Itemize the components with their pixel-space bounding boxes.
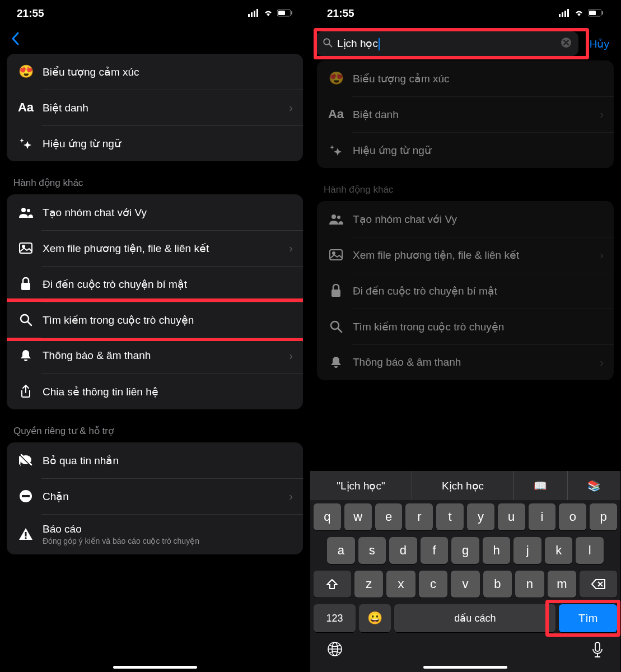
key-emoji[interactable]: 😀	[359, 604, 391, 632]
key-j[interactable]: j	[513, 537, 541, 564]
row-create-group[interactable]: Tạo nhóm chat với Vy	[317, 201, 614, 237]
row-block[interactable]: Chặn ›	[7, 478, 303, 514]
back-button[interactable]	[0, 27, 310, 54]
svg-point-28	[324, 39, 330, 45]
row-emoji[interactable]: 😍 Biểu tượng cảm xúc	[317, 60, 614, 96]
emoji-icon: 😍	[17, 63, 35, 81]
row-share-contact[interactable]: Chia sẻ thông tin liên hệ	[7, 374, 303, 409]
key-t[interactable]: t	[436, 503, 464, 530]
key-g[interactable]: g	[451, 537, 479, 564]
row-report[interactable]: Báo cáo Đóng góp ý kiến và báo cáo cuộc …	[7, 514, 303, 554]
chevron-right-icon: ›	[289, 349, 293, 362]
status-bar: 21:55	[310, 0, 620, 27]
svg-rect-11	[21, 283, 30, 290]
svg-rect-19	[25, 532, 27, 536]
key-y[interactable]: y	[467, 503, 494, 530]
battery-icon	[588, 7, 604, 20]
key-w[interactable]: w	[344, 503, 372, 530]
svg-point-7	[21, 208, 26, 212]
key-h[interactable]: h	[483, 537, 511, 564]
cancel-button[interactable]: Hủy	[584, 38, 615, 50]
svg-point-31	[331, 214, 336, 219]
chevron-right-icon: ›	[600, 356, 604, 369]
row-word-effects[interactable]: Hiệu ứng từ ngữ	[7, 125, 303, 161]
key-d[interactable]: d	[389, 537, 417, 564]
svg-rect-5	[278, 11, 285, 15]
row-label: Biểu tượng cảm xúc	[353, 72, 604, 85]
key-p[interactable]: p	[590, 503, 617, 530]
key-e[interactable]: e	[375, 503, 403, 530]
key-u[interactable]: u	[498, 503, 525, 530]
key-m[interactable]: m	[548, 571, 576, 598]
row-nickname[interactable]: Aa Biệt danh ›	[7, 90, 303, 125]
warn-icon	[17, 525, 35, 543]
suggestion-2[interactable]: Kịch học	[412, 471, 514, 500]
globe-icon[interactable]	[327, 641, 343, 662]
aa-icon: Aa	[327, 105, 345, 123]
key-c[interactable]: c	[419, 571, 447, 598]
row-emoji[interactable]: 😍 Biểu tượng cảm xúc	[7, 54, 303, 90]
row-media[interactable]: Xem file phương tiện, file & liên kết ›	[317, 237, 614, 273]
key-row-2: a s d f g h j k l	[310, 534, 620, 567]
key-row-4: 123 😀 dấu cách Tìm	[310, 601, 620, 636]
svg-rect-2	[254, 11, 255, 17]
suggestion-1[interactable]: "Lịch học"	[310, 471, 412, 500]
suggestion-4[interactable]: 📚	[568, 471, 621, 500]
mic-icon[interactable]	[591, 641, 604, 662]
section-actions: Tạo nhóm chat với Vy Xem file phương tiệ…	[317, 201, 614, 380]
clear-icon[interactable]	[561, 37, 572, 51]
home-indicator[interactable]	[113, 666, 197, 669]
key-k[interactable]: k	[545, 537, 573, 564]
row-secret[interactable]: Đi đến cuộc trò chuyện bí mật	[7, 266, 303, 302]
key-b[interactable]: b	[483, 571, 512, 598]
share-icon	[17, 382, 35, 400]
status-icons	[248, 7, 293, 20]
row-label: Hiệu ứng từ ngữ	[353, 144, 604, 157]
status-time: 21:55	[17, 7, 44, 20]
key-search[interactable]: Tìm	[559, 604, 617, 632]
key-f[interactable]: f	[421, 537, 449, 564]
row-ignore[interactable]: Bỏ qua tin nhắn	[7, 442, 303, 478]
row-notifications[interactable]: Thông báo & âm thanh ›	[7, 338, 303, 374]
key-v[interactable]: v	[451, 571, 479, 598]
row-search-in-conversation[interactable]: Tìm kiếm trong cuộc trò chuyện	[317, 309, 614, 344]
key-x[interactable]: x	[386, 571, 415, 598]
key-shift[interactable]	[314, 571, 351, 598]
svg-rect-24	[567, 9, 569, 17]
key-n[interactable]: n	[515, 571, 544, 598]
row-media[interactable]: Xem file phương tiện, file & liên kết ›	[7, 230, 303, 266]
key-space[interactable]: dấu cách	[394, 604, 555, 632]
key-r[interactable]: r	[405, 503, 433, 530]
row-notifications[interactable]: Thông báo & âm thanh ›	[317, 344, 614, 380]
key-i[interactable]: i	[529, 503, 556, 530]
svg-rect-33	[330, 250, 342, 260]
emoji-icon: 😍	[327, 69, 345, 87]
suggestion-3[interactable]: 📖	[514, 471, 568, 500]
row-secret[interactable]: Đi đến cuộc trò chuyện bí mật	[317, 273, 614, 309]
section-header-privacy: Quyền riêng tư & hỗ trợ	[0, 425, 310, 442]
row-nickname[interactable]: Aa Biệt danh ›	[317, 96, 614, 132]
svg-rect-41	[595, 642, 600, 651]
key-q[interactable]: q	[314, 503, 341, 530]
home-indicator[interactable]	[423, 666, 507, 669]
key-backspace[interactable]	[580, 571, 617, 598]
section-customize: 😍 Biểu tượng cảm xúc Aa Biệt danh › Hiệu…	[317, 60, 614, 168]
svg-rect-23	[564, 11, 566, 17]
row-label: Đi đến cuộc trò chuyện bí mật	[353, 284, 604, 297]
phone-right: 21:55 Lịch học Hủy 😍 Biểu tượng cảm xúc	[310, 0, 620, 672]
row-word-effects[interactable]: Hiệu ứng từ ngữ	[317, 132, 614, 168]
svg-rect-6	[291, 11, 292, 15]
row-create-group[interactable]: Tạo nhóm chat với Vy	[7, 194, 303, 230]
key-z[interactable]: z	[354, 571, 383, 598]
svg-rect-35	[331, 290, 340, 297]
key-a[interactable]: a	[327, 537, 355, 564]
key-o[interactable]: o	[559, 503, 586, 530]
section-header-actions: Hành động khác	[0, 177, 310, 194]
key-s[interactable]: s	[358, 537, 386, 564]
search-input[interactable]: Lịch học	[316, 31, 578, 56]
row-search-in-conversation[interactable]: Tìm kiếm trong cuộc trò chuyện	[7, 298, 303, 341]
row-label: Xem file phương tiện, file & liên kết	[353, 249, 600, 262]
key-l[interactable]: l	[576, 537, 604, 564]
group-icon	[327, 210, 345, 228]
key-123[interactable]: 123	[314, 604, 356, 632]
